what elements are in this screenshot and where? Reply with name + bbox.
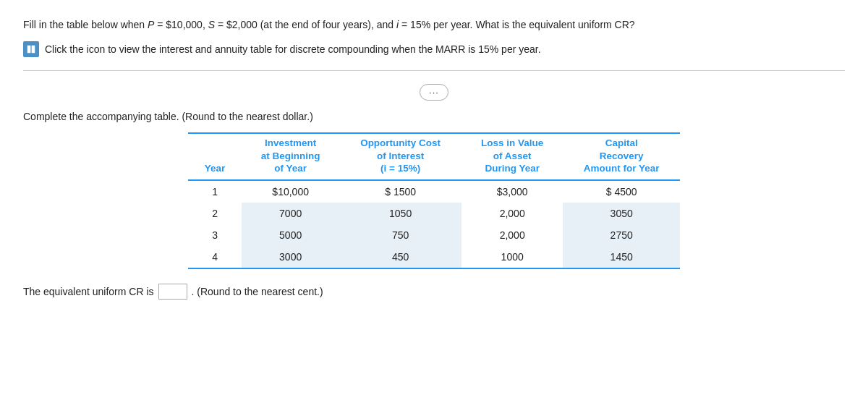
sub-instruction-row: Click the icon to view the interest and … (23, 41, 845, 57)
cell-loss: 2,000 (461, 203, 563, 224)
cell-capital: $ 4500 (563, 180, 680, 203)
col-investment: Investment at Beginning of Year (242, 133, 339, 180)
table-body: 1 $10,000 $ 1500 $3,000 $ 4500 2 7000 10… (188, 180, 680, 268)
svg-rect-0 (30, 46, 33, 54)
data-table: Year Investment at Beginning of Year Opp… (188, 132, 680, 269)
book-icon[interactable] (23, 41, 39, 57)
col-capital: Capital Recovery Amount for Year (563, 133, 680, 180)
cell-year: 3 (188, 224, 242, 246)
cell-loss: 1000 (461, 246, 563, 268)
main-instruction: Fill in the table below when P = $10,000… (23, 17, 845, 33)
cell-capital: 1450 (563, 246, 680, 268)
cell-opp-cost: 750 (339, 224, 461, 246)
divider (23, 70, 845, 71)
cell-year: 1 (188, 180, 242, 203)
col-loss: Loss in Value of Asset During Year (461, 133, 563, 180)
cell-loss: 2,000 (461, 224, 563, 246)
cell-opp-cost: 1050 (339, 203, 461, 224)
section-label: Complete the accompanying table. (Round … (23, 111, 845, 122)
table-row: 3 5000 750 2,000 2750 (188, 224, 680, 246)
cell-investment: 5000 (242, 224, 339, 246)
more-button[interactable]: ··· (420, 84, 448, 101)
cell-investment: $10,000 (242, 180, 339, 203)
table-row: 2 7000 1050 2,000 3050 (188, 203, 680, 224)
cell-year: 4 (188, 246, 242, 268)
table-row: 1 $10,000 $ 1500 $3,000 $ 4500 (188, 180, 680, 203)
cell-investment: 7000 (242, 203, 339, 224)
col-opp-cost: Opportunity Cost of Interest (i = 15%) (339, 133, 461, 180)
cell-capital: 2750 (563, 224, 680, 246)
table-header-row: Year Investment at Beginning of Year Opp… (188, 133, 680, 180)
bottom-row: The equivalent uniform CR is . (Round to… (23, 284, 845, 300)
cr-label-before: The equivalent uniform CR is (23, 286, 154, 297)
col-year: Year (188, 133, 242, 180)
cell-opp-cost: 450 (339, 246, 461, 268)
cr-label-after: . (Round to the nearest cent.) (192, 286, 323, 297)
sub-instruction-text: Click the icon to view the interest and … (45, 43, 541, 55)
cell-investment: 3000 (242, 246, 339, 268)
table-row: 4 3000 450 1000 1450 (188, 246, 680, 268)
cell-opp-cost: $ 1500 (339, 180, 461, 203)
cell-year: 2 (188, 203, 242, 224)
cell-capital: 3050 (563, 203, 680, 224)
data-table-wrapper: Year Investment at Beginning of Year Opp… (23, 132, 845, 269)
cr-input[interactable] (158, 284, 187, 300)
cell-loss: $3,000 (461, 180, 563, 203)
